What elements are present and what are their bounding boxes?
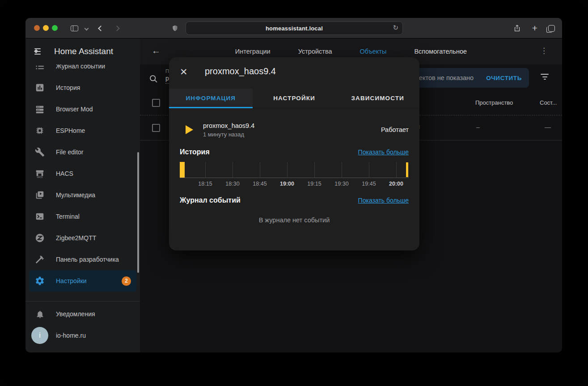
chevron-down-icon[interactable] [83,18,90,38]
privacy-shield-icon [169,18,180,38]
sidebar-item-hacs[interactable]: HACS HACS [25,163,140,184]
media-play-box-icon [34,190,45,200]
browser-sidebar-icon[interactable] [68,18,80,38]
tick-label: 18:45 [248,181,271,187]
sidebar-item-developer-tools[interactable]: Панель разработчика [25,249,140,270]
kebab-menu-icon[interactable]: ⋮ [540,46,548,55]
history-chart-icon [34,82,45,93]
dialog-header: ✕ proxmox_haos9.4 [169,57,419,89]
tick-label: 18:15 [194,181,217,187]
back-button[interactable] [95,18,106,38]
address-bar[interactable]: homeassistant.local ↻ [186,21,403,35]
chart-tick-labels: 18:15 18:30 18:45 19:00 19:15 19:30 19:4… [180,181,409,190]
column-header-space[interactable]: Пространство [475,99,513,106]
logbook-show-more-link[interactable]: Показать больше [358,197,409,204]
tick-label: 18:30 [221,181,244,187]
sidebar-item-media[interactable]: Мультимедиа [25,184,140,206]
settings-badge: 2 [122,276,131,286]
sidebar-item-label: Мультимедиа [56,191,135,199]
timeline-bar-start [180,162,185,178]
hacs-store-icon: HACS [34,168,45,179]
clear-filter-button[interactable]: ОЧИСТИТЬ [486,75,522,81]
sidebar-item-settings[interactable]: Настройки 2 [29,270,136,292]
history-timeline-chart[interactable] [180,160,409,178]
sidebar-item-label: File editor [56,148,135,156]
forward-button[interactable] [111,18,122,38]
logbook-icon [34,64,45,72]
sidebar-bottom: Уведомления i io-home.ru [25,301,140,346]
sidebar-item-label: История [56,84,135,91]
timeline-bar-end [406,162,408,177]
reload-icon[interactable]: ↻ [393,24,398,32]
new-tab-button[interactable]: + [529,18,541,38]
zigbee-icon [34,233,45,243]
sidebar-item-label: Уведомления [56,310,135,318]
wrench-icon [34,147,45,157]
svg-text:HACS: HACS [37,176,43,178]
history-section-header: История Показать больше [180,147,409,157]
entity-name: proxmox_haos9.4 [203,122,254,129]
tick-label: 19:00 [275,181,299,187]
tick-label: 19:45 [357,181,381,187]
sidebar-item-label: Browser Mod [56,106,135,113]
sidebar-item-label: Журнал событий [56,64,135,70]
history-heading: История [180,148,210,156]
sidebar-item-terminal[interactable]: Terminal [25,206,140,227]
select-all-checkbox[interactable] [152,99,160,107]
profile-label: io-home.ru [56,332,135,339]
minimize-window-button[interactable] [43,25,49,31]
sidebar-scroll-area: Журнал событий История Browser Mod [25,64,140,301]
terminal-icon [34,211,45,222]
gear-icon [34,276,45,286]
hammer-icon [34,254,45,265]
filter-icon[interactable] [540,74,550,81]
sidebar-item-zigbee2mqtt[interactable]: Zigbee2MQTT [25,227,140,249]
close-icon[interactable]: ✕ [180,67,188,77]
sidebar-item-label: Настройки [56,277,111,284]
server-icon [34,104,45,115]
entity-state: Работает [381,126,409,133]
play-icon[interactable] [186,125,193,134]
sidebar-header: Home Assistant [25,38,140,64]
history-show-more-link[interactable]: Показать больше [358,148,409,156]
row-checkbox[interactable] [152,124,160,132]
close-window-button[interactable] [34,25,40,31]
avatar: i [31,327,48,344]
share-icon[interactable] [511,18,523,38]
search-icon [149,74,158,84]
sidebar-scrollbar[interactable] [137,152,139,273]
sidebar-divider [25,301,140,301]
row-space-value: – [476,123,480,131]
logbook-section-header: Журнал событий Показать больше [180,195,409,206]
sidebar-item-profile[interactable]: i io-home.ru [25,325,140,346]
sidebar-item-file-editor[interactable]: File editor [25,141,140,163]
tab-overview-icon[interactable] [545,18,558,38]
sidebar-item-label: Zigbee2MQTT [56,234,135,242]
chip-icon [34,125,45,136]
column-header-state[interactable]: Сост... [540,99,557,106]
browser-toolbar: homeassistant.local ↻ + [25,18,562,38]
dialog-title: proxmox_haos9.4 [205,66,276,76]
menu-toggle-icon[interactable] [34,48,44,55]
tick-label: 19:30 [330,181,353,187]
sidebar-item-browser-mod[interactable]: Browser Mod [25,98,140,120]
dialog-tab-info[interactable]: ИНФОРМАЦИЯ [169,89,253,108]
tab-integrations[interactable]: Интеграции [235,48,271,55]
sidebar-item-esphome[interactable]: ESPHome [25,120,140,141]
sidebar-item-logbook[interactable]: Журнал событий [25,64,140,77]
logbook-heading: Журнал событий [180,196,241,204]
sidebar-item-notifications[interactable]: Уведомления [25,303,140,325]
dialog-tab-settings[interactable]: НАСТРОЙКИ [253,89,336,108]
logbook-empty-text: В журнале нет событий [169,216,419,224]
tick-label: 19:15 [303,181,326,187]
tab-devices[interactable]: Устройства [298,48,332,55]
zoom-window-button[interactable] [52,25,58,31]
tab-entities[interactable]: Объекты [360,48,387,55]
tab-helpers[interactable]: Вспомогательное [414,48,467,55]
entity-state-row[interactable]: proxmox_haos9.4 1 минуту назад Работает [180,120,409,140]
sidebar-item-history[interactable]: История [25,77,140,98]
sidebar: Home Assistant Журнал событий История [25,38,140,352]
row-state-value: — [545,123,551,131]
dialog-tab-related[interactable]: ЗАВИСИМОСТИ [336,89,419,108]
sidebar-item-label: ESPHome [56,127,135,134]
